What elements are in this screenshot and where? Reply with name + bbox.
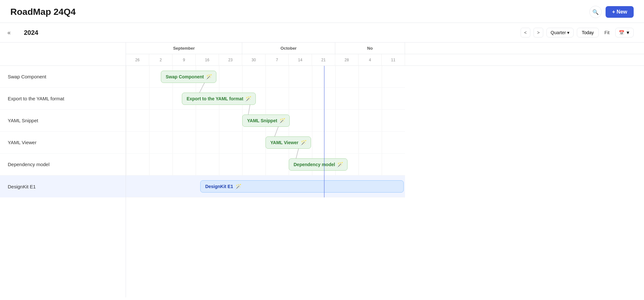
task-list: Swap ComponentExport to the YAML formatY… [0, 43, 126, 297]
bar-icon: 🪄 [235, 184, 242, 190]
year-label: 2024 [24, 29, 517, 36]
bar-label: Export to the YAML format [187, 96, 244, 101]
week-cell-5: 30 [242, 54, 265, 66]
month-october: October [242, 43, 335, 54]
bar-label: YAML Snippet [247, 118, 277, 123]
timeline-header: SeptemberOctoberNo 26291623307142128411 [126, 43, 644, 66]
bar-icon: 🪄 [337, 162, 343, 168]
task-row-swap[interactable]: Swap Component [0, 66, 126, 88]
task-row-yaml-snippet[interactable]: YAML Snippet [0, 110, 126, 132]
task-bar-yaml-snippet[interactable]: YAML Snippet🪄 [242, 115, 290, 127]
task-row-yaml-export[interactable]: Export to the YAML format [0, 88, 126, 110]
weeks-row: 26291623307142128411 [126, 54, 644, 66]
months-row: SeptemberOctoberNo [126, 43, 644, 54]
quarter-dropdown[interactable]: Quarter ▾ [546, 28, 574, 37]
week-cell-6: 7 [265, 54, 289, 66]
task-bar-swap[interactable]: Swap Component🪄 [161, 71, 216, 83]
month-no: No [335, 43, 405, 54]
chart-body: Swap Component🪄Export to the YAML format… [126, 66, 405, 197]
week-cell-2: 9 [172, 54, 196, 66]
bar-label: Swap Component [166, 74, 204, 79]
week-cell-4: 23 [219, 54, 242, 66]
fit-button[interactable]: Fit [602, 28, 612, 37]
bar-icon: 🪄 [279, 118, 286, 124]
new-button[interactable]: + New [606, 6, 634, 18]
task-bar-designkit[interactable]: DesignKit E1🪄 [200, 180, 404, 193]
week-cell-3: 16 [196, 54, 219, 66]
nav-next-button[interactable]: > [534, 28, 543, 37]
bar-icon: 🪄 [206, 74, 212, 80]
task-bar-yaml-export[interactable]: Export to the YAML format🪄 [182, 93, 256, 105]
bar-label: Dependency model [294, 162, 335, 167]
task-bar-dep-model[interactable]: Dependency model🪄 [289, 158, 348, 171]
chart-row-yaml-export [126, 88, 405, 110]
page-title: RoadMap 24Q4 [10, 7, 76, 17]
task-row-dep-model[interactable]: Dependency model [0, 154, 126, 175]
month-september: September [126, 43, 242, 54]
week-cell-9: 28 [335, 54, 358, 66]
page-header: RoadMap 24Q4 🔍 + New [0, 0, 644, 23]
chevron-down-icon: ▾ [567, 30, 569, 35]
task-row-yaml-viewer[interactable]: YAML Viewer [0, 132, 126, 154]
week-cell-1: 2 [149, 54, 172, 66]
calendar-dropdown-icon: ▼ [626, 30, 630, 35]
week-cell-0: 26 [126, 54, 149, 66]
search-icon: 🔍 [592, 9, 599, 15]
gantt-container: Swap ComponentExport to the YAML formatY… [0, 43, 644, 297]
task-row-designkit[interactable]: DesignKit E1 [0, 175, 126, 197]
bar-label: YAML Viewer [270, 140, 298, 145]
week-cell-11: 11 [382, 54, 405, 66]
week-cell-10: 4 [358, 54, 382, 66]
chart-area[interactable]: SeptemberOctoberNo 26291623307142128411 … [126, 43, 644, 297]
task-bar-yaml-viewer[interactable]: YAML Viewer🪄 [265, 136, 311, 149]
week-cell-7: 14 [289, 54, 312, 66]
search-button[interactable]: 🔍 [589, 6, 602, 18]
calendar-icon: 📅 [619, 30, 624, 35]
quarter-label: Quarter [551, 30, 566, 35]
toolbar: « 2024 < > Quarter ▾ Today Fit 📅 ▼ [0, 23, 644, 43]
collapse-button[interactable]: « [3, 26, 16, 39]
task-list-header [0, 43, 126, 66]
header-actions: 🔍 + New [589, 6, 634, 18]
bar-icon: 🪄 [245, 96, 252, 102]
bar-icon: 🪄 [300, 140, 307, 146]
calendar-button[interactable]: 📅 ▼ [615, 28, 634, 37]
week-cell-8: 21 [312, 54, 335, 66]
chart-row-dep-model [126, 154, 405, 175]
nav-prev-button[interactable]: < [521, 28, 530, 37]
today-button[interactable]: Today [577, 28, 598, 37]
bar-label: DesignKit E1 [205, 184, 233, 189]
